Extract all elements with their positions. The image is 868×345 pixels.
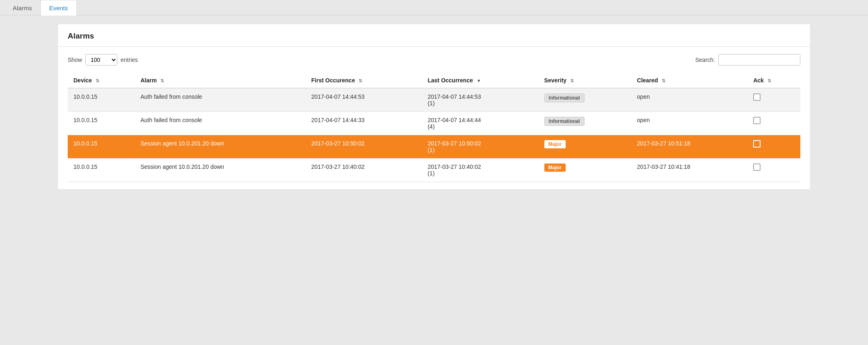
table-row: 10.0.0.15 Auth failed from console 2017-… bbox=[68, 88, 800, 112]
cell-ack[interactable] bbox=[747, 135, 800, 159]
card-header: Alarms bbox=[58, 24, 810, 47]
cell-first-occurrence: 2017-03-27 10:40:02 bbox=[306, 159, 422, 182]
sort-icon-severity: ⇅ bbox=[570, 78, 574, 84]
sort-icon-first-occurrence: ⇅ bbox=[359, 78, 362, 84]
col-device[interactable]: Device ⇅ bbox=[68, 73, 135, 88]
controls-row: Show 100 10 25 50 entries Search: bbox=[68, 54, 800, 66]
severity-badge: Informational bbox=[544, 117, 585, 126]
cell-ack[interactable] bbox=[747, 112, 800, 135]
table-header-row: Device ⇅ Alarm ⇅ First Occurence ⇅ Las bbox=[68, 73, 800, 88]
cell-alarm: Auth failed from console bbox=[135, 88, 305, 112]
search-bar: Search: bbox=[695, 54, 800, 66]
cell-last-occurrence: 2017-03-27 10:50:02(1) bbox=[422, 135, 538, 159]
cell-first-occurrence: 2017-04-07 14:44:33 bbox=[306, 112, 422, 135]
tab-events[interactable]: Events bbox=[41, 0, 77, 16]
main-content: Alarms Show 100 10 25 50 entries Search: bbox=[0, 16, 868, 198]
col-first-occurrence[interactable]: First Occurence ⇅ bbox=[306, 73, 422, 88]
sort-icon-cleared: ⇅ bbox=[662, 78, 665, 84]
cell-alarm: Auth failed from console bbox=[135, 112, 305, 135]
cell-device: 10.0.0.15 bbox=[68, 88, 135, 112]
col-severity[interactable]: Severity ⇅ bbox=[539, 73, 631, 88]
cell-device: 10.0.0.15 bbox=[68, 112, 135, 135]
ack-checkbox[interactable] bbox=[753, 93, 761, 101]
sort-icon-last-occurrence: ▼ bbox=[477, 78, 481, 83]
cell-alarm: Session agent 10.0.201.20 down bbox=[135, 135, 305, 159]
show-entries-group: Show 100 10 25 50 entries bbox=[68, 54, 138, 66]
tab-alarms[interactable]: Alarms bbox=[4, 0, 41, 16]
col-ack[interactable]: Ack ⇅ bbox=[747, 73, 800, 88]
cell-device: 10.0.0.15 bbox=[68, 135, 135, 159]
entries-select[interactable]: 100 10 25 50 bbox=[85, 54, 117, 66]
severity-badge: Major bbox=[544, 163, 566, 172]
cell-first-occurrence: 2017-04-07 14:44:53 bbox=[306, 88, 422, 112]
tab-bar: Alarms Events bbox=[0, 0, 868, 16]
cell-severity: Major bbox=[539, 135, 631, 159]
ack-checkbox[interactable] bbox=[753, 163, 761, 171]
cell-severity: Informational bbox=[539, 88, 631, 112]
cell-device: 10.0.0.15 bbox=[68, 159, 135, 182]
sort-icon-ack: ⇅ bbox=[767, 78, 771, 84]
table-row: 10.0.0.15 Auth failed from console 2017-… bbox=[68, 112, 800, 135]
cell-cleared: 2017-03-27 10:51:18 bbox=[631, 135, 748, 159]
ack-checkbox[interactable] bbox=[753, 117, 761, 124]
cell-last-occurrence: 2017-03-27 10:40:02(1) bbox=[422, 159, 538, 182]
ack-checkbox[interactable] bbox=[753, 140, 761, 148]
cell-last-occurrence: 2017-04-07 14:44:44(4) bbox=[422, 112, 538, 135]
col-last-occurrence[interactable]: Last Occurrence ▼ bbox=[422, 73, 538, 88]
sort-icon-alarm: ⇅ bbox=[160, 78, 164, 84]
page-title: Alarms bbox=[68, 32, 800, 41]
cell-cleared: 2017-03-27 10:41:18 bbox=[631, 159, 748, 182]
cell-severity: Informational bbox=[539, 112, 631, 135]
severity-badge: Major bbox=[544, 140, 566, 148]
card-body: Show 100 10 25 50 entries Search: bbox=[58, 47, 810, 189]
entries-label: entries bbox=[121, 57, 138, 63]
col-cleared[interactable]: Cleared ⇅ bbox=[631, 73, 748, 88]
cell-cleared: open bbox=[631, 88, 748, 112]
sort-icon-device: ⇅ bbox=[96, 78, 99, 84]
cell-severity: Major bbox=[539, 159, 631, 182]
table-row: 10.0.0.15 Session agent 10.0.201.20 down… bbox=[68, 159, 800, 182]
col-alarm[interactable]: Alarm ⇅ bbox=[135, 73, 305, 88]
table-row: 10.0.0.15 Session agent 10.0.201.20 down… bbox=[68, 135, 800, 159]
cell-alarm: Session agent 10.0.201.20 down bbox=[135, 159, 305, 182]
cell-first-occurrence: 2017-03-27 10:50:02 bbox=[306, 135, 422, 159]
cell-cleared: open bbox=[631, 112, 748, 135]
search-label: Search: bbox=[695, 57, 715, 63]
alarms-card: Alarms Show 100 10 25 50 entries Search: bbox=[57, 24, 811, 190]
severity-badge: Informational bbox=[544, 93, 585, 102]
cell-ack[interactable] bbox=[747, 159, 800, 182]
show-label: Show bbox=[68, 57, 82, 63]
cell-last-occurrence: 2017-04-07 14:44:53(1) bbox=[422, 88, 538, 112]
alarms-table: Device ⇅ Alarm ⇅ First Occurence ⇅ Las bbox=[68, 73, 800, 182]
cell-ack[interactable] bbox=[747, 88, 800, 112]
search-input[interactable] bbox=[718, 54, 800, 66]
